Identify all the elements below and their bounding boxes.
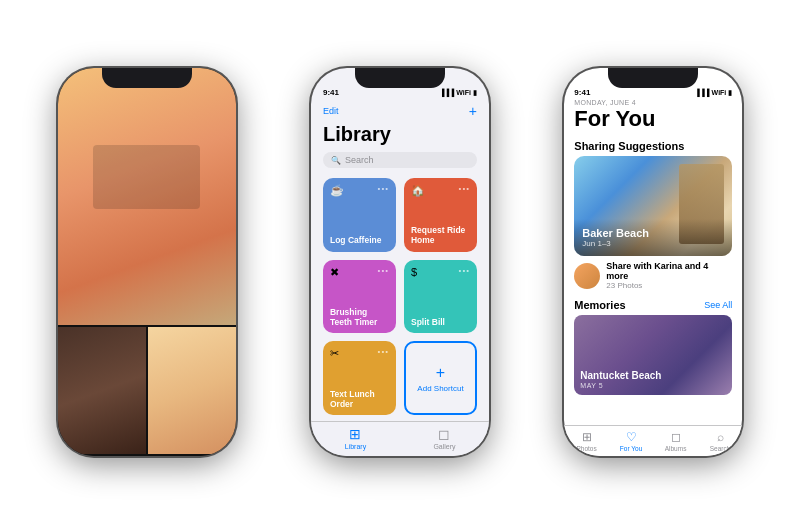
shortcut-name-ride: Request Ride Home xyxy=(411,225,470,245)
shortcut-name-caffeine: Log Caffeine xyxy=(330,235,389,245)
shortcuts-content: 9:41 ▐▐▐ WiFi ▮ Edit + Library 🔍 xyxy=(311,68,489,456)
phone-facetime xyxy=(58,68,236,456)
share-avatar xyxy=(574,263,600,289)
shortcut-menu-dots[interactable]: ••• xyxy=(378,347,389,356)
for-you-tab-icon: ♡ xyxy=(626,430,637,444)
battery-icon: ▮ xyxy=(473,89,477,97)
see-all-button[interactable]: See All xyxy=(704,300,732,310)
library-tab-label: Library xyxy=(345,443,366,450)
foryou-title: For You xyxy=(564,106,742,136)
search-tab-label: Search xyxy=(710,445,731,452)
memories-photo[interactable]: Nantucket Beach May 5 xyxy=(574,315,732,395)
shortcut-name-teeth: Brushing Teeth Timer xyxy=(330,307,389,327)
facetime-cell-bottom-right xyxy=(148,327,236,454)
tab-for-you[interactable]: ♡ For You xyxy=(609,430,654,452)
share-suggestion[interactable]: Share with Karina and 4 more 23 Photos xyxy=(564,256,742,295)
notch-photos xyxy=(608,68,698,88)
memories-title: Memories xyxy=(574,299,625,311)
shortcut-lunch-order[interactable]: ✂ ••• Text Lunch Order xyxy=(323,341,396,415)
face-woman-glasses xyxy=(58,68,236,325)
shortcut-header: ☕ ••• xyxy=(330,184,389,197)
notch-shortcuts xyxy=(355,68,445,88)
search-icon: 🔍 xyxy=(331,156,341,165)
beach-photo-card[interactable]: Baker Beach Jun 1–3 xyxy=(574,156,732,256)
share-count: 23 Photos xyxy=(606,281,732,290)
shortcut-header: ✂ ••• xyxy=(330,347,389,360)
shortcuts-search-bar[interactable]: 🔍 Search xyxy=(323,152,477,168)
face-asian-woman xyxy=(148,327,236,454)
memories-photo-date: May 5 xyxy=(580,382,726,389)
sharing-suggestions-title: Sharing Suggestions xyxy=(564,136,742,156)
shortcut-header: $ ••• xyxy=(411,266,470,278)
scissors-icon: ✂ xyxy=(330,347,339,360)
scene: 9:41 ▐▐▐ WiFi ▮ Edit + Library 🔍 xyxy=(0,0,800,524)
phone-photos: 9:41 ▐▐▐ WiFi ▮ Monday, June 4 For You S… xyxy=(564,68,742,456)
face-woman-dark xyxy=(58,327,146,454)
shortcuts-screen: 9:41 ▐▐▐ WiFi ▮ Edit + Library 🔍 xyxy=(311,68,489,456)
shortcuts-grid: ☕ ••• Log Caffeine 🏠 ••• Request Ride Ho… xyxy=(311,172,489,421)
beach-photo-date: Jun 1–3 xyxy=(582,239,724,248)
search-tab-icon: ⌕ xyxy=(717,430,724,444)
gallery-tab-label: Gallery xyxy=(433,443,455,450)
tab-albums[interactable]: ◻ Albums xyxy=(653,430,698,452)
foryou-content: 9:41 ▐▐▐ WiFi ▮ Monday, June 4 For You S… xyxy=(564,68,742,456)
phone-shortcuts: 9:41 ▐▐▐ WiFi ▮ Edit + Library 🔍 xyxy=(311,68,489,456)
shortcuts-status-icons: ▐▐▐ WiFi ▮ xyxy=(439,89,477,97)
memories-photo-overlay: Nantucket Beach May 5 xyxy=(574,364,732,395)
coffee-icon: ☕ xyxy=(330,184,344,197)
shortcut-request-ride[interactable]: 🏠 ••• Request Ride Home xyxy=(404,178,477,252)
shortcut-add-button[interactable]: + Add Shortcut xyxy=(404,341,477,415)
shortcuts-edit-button[interactable]: Edit xyxy=(323,106,339,116)
shortcuts-add-button[interactable]: + xyxy=(469,103,477,119)
search-placeholder: Search xyxy=(345,155,374,165)
photos-time: 9:41 xyxy=(574,88,590,97)
beach-photo-overlay: Baker Beach Jun 1–3 xyxy=(574,219,732,256)
memories-section: Memories See All Nantucket Beach May 5 xyxy=(564,295,742,399)
shortcut-menu-dots[interactable]: ••• xyxy=(459,184,470,193)
shortcut-header: ✖ ••• xyxy=(330,266,389,279)
shortcut-menu-dots[interactable]: ••• xyxy=(378,266,389,275)
shortcut-name-bill: Split Bill xyxy=(411,317,470,327)
tab-gallery[interactable]: ◻ Gallery xyxy=(400,426,489,450)
memories-photo-title: Nantucket Beach xyxy=(580,370,726,382)
shortcut-header: 🏠 ••• xyxy=(411,184,470,197)
shortcut-name-lunch: Text Lunch Order xyxy=(330,389,389,409)
notch xyxy=(102,68,192,88)
tab-search[interactable]: ⌕ Search xyxy=(698,430,743,452)
home-icon: 🏠 xyxy=(411,184,425,197)
for-you-tab-label: For You xyxy=(620,445,642,452)
tab-library[interactable]: ⊞ Library xyxy=(311,426,400,450)
tab-photos[interactable]: ⊞ Photos xyxy=(564,430,609,452)
shortcut-log-caffeine[interactable]: ☕ ••• Log Caffeine xyxy=(323,178,396,252)
plus-icon: + xyxy=(436,364,445,382)
facetime-screen xyxy=(58,68,236,456)
share-name: Share with Karina and 4 more xyxy=(606,261,732,281)
shortcut-add-label: Add Shortcut xyxy=(417,384,463,393)
shortcuts-tabbar: ⊞ Library ◻ Gallery xyxy=(311,421,489,456)
facetime-cell-large xyxy=(58,68,236,325)
photos-tabbar: ⊞ Photos ♡ For You ◻ Albums ⌕ Search xyxy=(564,425,742,456)
signal-icon: ▐▐▐ xyxy=(695,89,710,96)
memories-header: Memories See All xyxy=(574,299,732,311)
shortcut-menu-dots[interactable]: ••• xyxy=(459,266,470,275)
library-tab-icon: ⊞ xyxy=(349,426,361,442)
signal-icon: ▐▐▐ xyxy=(439,89,454,96)
share-info: Share with Karina and 4 more 23 Photos xyxy=(606,261,732,290)
shortcuts-title: Library xyxy=(311,121,489,148)
shortcut-menu-dots[interactable]: ••• xyxy=(378,184,389,193)
photos-status-icons: ▐▐▐ WiFi ▮ xyxy=(695,89,733,97)
shortcut-teeth-timer[interactable]: ✖ ••• Brushing Teeth Timer xyxy=(323,260,396,334)
wifi-icon: WiFi xyxy=(712,89,727,96)
wifi-icon: WiFi xyxy=(456,89,471,96)
battery-icon: ▮ xyxy=(728,89,732,97)
shortcut-split-bill[interactable]: $ ••• Split Bill xyxy=(404,260,477,334)
facetime-grid xyxy=(58,68,236,456)
albums-tab-icon: ◻ xyxy=(671,430,681,444)
foryou-date: Monday, June 4 xyxy=(564,99,742,106)
photos-screen: 9:41 ▐▐▐ WiFi ▮ Monday, June 4 For You S… xyxy=(564,68,742,456)
shortcuts-header: Edit + xyxy=(311,99,489,121)
beach-photo: Baker Beach Jun 1–3 xyxy=(574,156,732,256)
facetime-cell-bottom-left xyxy=(58,327,146,454)
brush-icon: ✖ xyxy=(330,266,339,279)
dollar-icon: $ xyxy=(411,266,417,278)
